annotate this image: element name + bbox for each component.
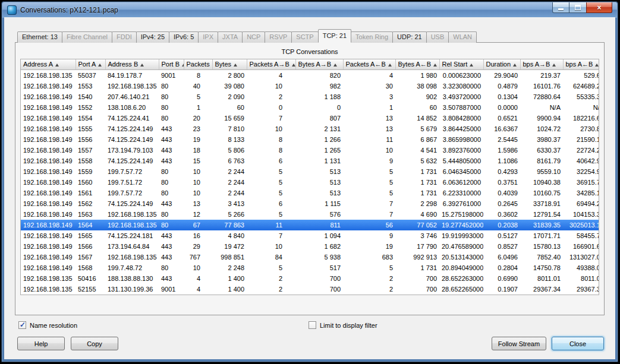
cell-address-a[interactable]: 192.168.198.149 [21,198,75,209]
cell-bps-ab[interactable]: 219.37 [520,69,563,81]
cell-packets[interactable]: 20 [184,113,212,124]
column-header-bytes-ab[interactable]: Bytes A→B [295,59,343,69]
table-row[interactable]: 192.168.198.1491567192.168.198.135443767… [21,252,599,262]
cell-bytes-ba[interactable]: 992 913 [395,252,439,262]
cell-bytes[interactable]: 8 133 [212,134,247,145]
tab-ipv4-25[interactable]: IPv4: 25 [136,31,169,43]
cell-address-a[interactable]: 192.168.198.135 [21,284,75,295]
cell-bytes-ba[interactable]: 4 541 [395,145,439,156]
cell-address-a[interactable]: 192.168.198.149 [21,177,75,188]
cell-address-a[interactable]: 192.168.198.149 [21,156,75,166]
cell-bps-ba[interactable]: 55335.30 [563,91,599,102]
cell-rel-start[interactable]: 15.275198000 [439,209,483,220]
cell-duration[interactable]: 29.9040 [483,69,520,81]
cell-address-a[interactable]: 192.168.198.135 [21,273,75,284]
cell-rel-start[interactable]: 19.919993000 [439,230,483,241]
cell-bytes-ab[interactable]: 513 [295,166,343,177]
cell-packets[interactable]: 29 [184,241,212,252]
cell-bytes-ba[interactable]: 3 746 [395,230,439,241]
copy-button[interactable]: Copy [71,337,118,350]
cell-port-a[interactable]: 1554 [75,113,105,124]
cell-packets-ab[interactable]: 84 [247,252,295,262]
cell-packets-ab[interactable]: 10 [247,124,295,134]
cell-bps-ab[interactable]: N/A [520,102,563,113]
cell-address-b[interactable]: 192.168.198.135 [105,209,159,220]
cell-bytes[interactable]: 39 080 [212,81,247,91]
cell-port-b[interactable]: 80 [159,91,184,102]
cell-packets[interactable]: 16 [184,230,212,241]
column-header-port-b[interactable]: Port B [159,59,184,69]
cell-packets-ba[interactable]: 7 [343,209,395,220]
cell-address-b[interactable]: 74.125.224.41 [105,113,159,124]
cell-packets[interactable]: 4 [184,284,212,295]
cell-bytes[interactable]: 7 810 [212,124,247,134]
cell-rel-start[interactable]: 3.892376000 [439,145,483,156]
cell-bps-ab[interactable]: 17071.71 [520,230,563,241]
cell-port-b[interactable]: 80 [159,188,184,198]
cell-address-a[interactable]: 192.168.198.149 [21,241,75,252]
cell-bytes[interactable]: 2 090 [212,91,247,102]
cell-port-a[interactable]: 1564 [75,220,105,230]
cell-packets-ab[interactable]: 7 [247,230,295,241]
cell-packets-ba[interactable]: 30 [343,81,395,91]
cell-packets-ab[interactable]: 2 [247,284,295,295]
limit-display-filter-checkbox[interactable]: Limit to display filter [309,321,377,329]
cell-packets-ba[interactable]: 1 [343,102,395,113]
cell-bytes-ab[interactable]: 1 131 [295,156,343,166]
cell-port-a[interactable]: 1558 [75,156,105,166]
cell-bps-ba[interactable]: 22724.29 [563,145,599,156]
cell-bytes-ba[interactable]: 5 679 [395,124,439,134]
cell-bps-ab[interactable]: 10160.75 [520,188,563,198]
cell-address-b[interactable]: 188.138.88.130 [105,273,159,284]
cell-port-b[interactable]: 443 [159,252,184,262]
cell-bytes[interactable]: 5 266 [212,209,247,220]
cell-duration[interactable]: 0.4293 [483,166,520,177]
cell-bps-ba[interactable]: 8011.01 [563,273,599,284]
cell-duration[interactable]: 1.5986 [483,145,520,156]
cell-port-a[interactable]: 1553 [75,81,105,91]
column-header-bytes[interactable]: Bytes [212,59,247,69]
cell-rel-start[interactable]: 3.493720000 [439,91,483,102]
cell-bps-ab[interactable]: 72880.64 [520,91,563,102]
cell-duration[interactable]: 0.5127 [483,230,520,241]
cell-packets-ab[interactable]: 6 [247,156,295,166]
cell-bps-ba[interactable]: 32254.98 [563,166,599,177]
cell-packets-ab[interactable]: 5 [247,177,295,188]
cell-bytes-ab[interactable]: 5 938 [295,252,343,262]
table-row[interactable]: 192.168.198.1491540207.46.140.218052 090… [21,91,599,102]
cell-packets-ab[interactable]: 10 [247,241,295,252]
cell-packets[interactable]: 10 [184,188,212,198]
cell-bps-ba[interactable]: 49388.00 [563,262,599,273]
cell-bytes[interactable]: 2 248 [212,262,247,273]
cell-port-a[interactable]: 1552 [75,102,105,113]
cell-port-a[interactable]: 1563 [75,209,105,220]
cell-bytes-ba[interactable]: 38 098 [395,81,439,91]
cell-bps-ba[interactable]: 166901.60 [563,241,599,252]
cell-bytes-ba[interactable]: 1 980 [395,69,439,81]
cell-duration[interactable]: 0.4879 [483,81,520,91]
cell-port-a[interactable]: 52155 [75,284,105,295]
cell-rel-start[interactable]: 19.277452000 [439,220,483,230]
cell-port-b[interactable]: 443 [159,273,184,284]
cell-packets-ba[interactable]: 3 [343,91,395,102]
cell-rel-start[interactable]: 20.894049000 [439,262,483,273]
cell-bytes-ba[interactable]: 6 867 [395,134,439,145]
cell-address-b[interactable]: 74.125.224.181 [105,230,159,241]
column-header-packets-ba[interactable]: Packets A←B [343,59,395,69]
cell-packets-ab[interactable]: 0 [247,102,295,113]
table-row[interactable]: 192.168.198.1491564192.168.198.135806777… [21,220,599,230]
cell-bytes-ab[interactable]: 982 [295,81,343,91]
cell-address-b[interactable]: 192.168.198.135 [105,252,159,262]
maximize-button[interactable] [569,2,586,13]
cell-port-a[interactable]: 55037 [75,69,105,81]
cell-packets-ba[interactable]: 5 [343,177,395,188]
cell-bytes-ba[interactable]: 60 [395,102,439,113]
column-header-bps-ab[interactable]: bps A→B [520,59,563,69]
cell-address-a[interactable]: 192.168.198.149 [21,81,75,91]
cell-packets-ab[interactable]: 5 [247,209,295,220]
cell-bps-ba[interactable]: 40642.98 [563,156,599,166]
cell-bps-ab[interactable]: 8011.01 [520,273,563,284]
table-row[interactable]: 192.168.198.149155674.125.224.149443198 … [21,134,599,145]
cell-port-b[interactable]: 443 [159,156,184,166]
cell-rel-start[interactable]: 6.223310000 [439,188,483,198]
